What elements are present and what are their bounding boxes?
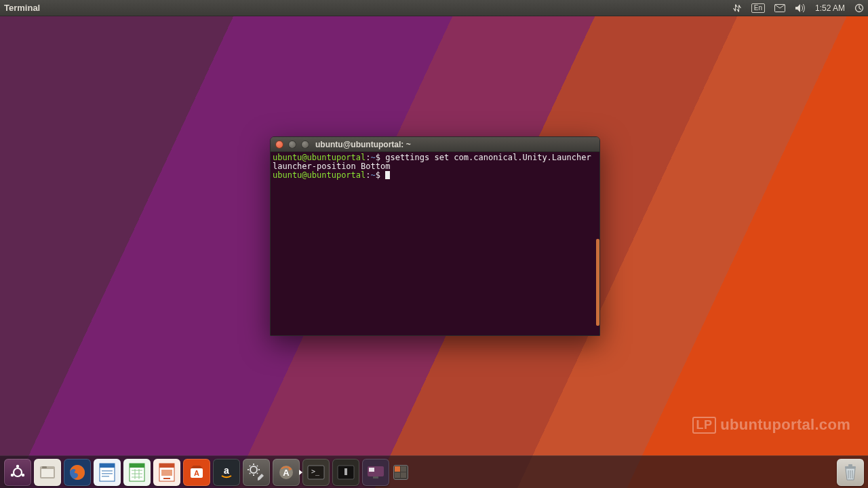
svg-text:a: a bbox=[224, 465, 229, 476]
svg-rect-7 bbox=[41, 469, 54, 477]
svg-rect-24 bbox=[161, 470, 172, 476]
impress-icon[interactable] bbox=[153, 459, 180, 486]
svg-rect-11 bbox=[100, 464, 115, 468]
svg-rect-13 bbox=[102, 473, 113, 474]
prompt-user: ubuntu@ubuntuportal bbox=[273, 170, 366, 180]
svg-rect-35 bbox=[344, 468, 347, 475]
workspace-switcher[interactable] bbox=[393, 465, 408, 480]
svg-point-2 bbox=[14, 468, 22, 476]
maximize-icon[interactable] bbox=[301, 140, 309, 149]
svg-rect-23 bbox=[159, 464, 174, 468]
cursor-icon bbox=[385, 171, 390, 179]
watermark-badge: LP bbox=[692, 417, 717, 434]
files-icon[interactable] bbox=[34, 459, 61, 486]
terminal2-icon[interactable] bbox=[332, 459, 359, 486]
svg-rect-39 bbox=[845, 466, 856, 468]
dash-icon[interactable] bbox=[4, 459, 31, 486]
desktop-icon[interactable] bbox=[362, 459, 389, 486]
terminal-icon[interactable]: >_ bbox=[302, 459, 330, 486]
svg-rect-40 bbox=[848, 464, 852, 466]
clock[interactable]: 1:52 AM bbox=[815, 3, 845, 13]
window-title: ubuntu@ubuntuportal: ~ bbox=[315, 140, 411, 149]
watermark-text: ubuntuportal.com bbox=[720, 416, 850, 434]
session-icon[interactable] bbox=[854, 3, 864, 13]
svg-point-5 bbox=[11, 473, 14, 476]
svg-rect-8 bbox=[42, 466, 47, 468]
svg-rect-12 bbox=[102, 470, 113, 472]
amazon-icon[interactable]: a bbox=[213, 459, 240, 486]
mail-icon[interactable] bbox=[774, 4, 785, 12]
launcher-dock[interactable]: A a A >_ bbox=[0, 455, 868, 488]
terminal-window[interactable]: ubuntu@ubuntuportal: ~ ubuntu@ubuntuport… bbox=[270, 136, 600, 336]
trash-icon[interactable] bbox=[837, 459, 864, 486]
svg-rect-37 bbox=[373, 476, 378, 478]
language-indicator[interactable]: En bbox=[751, 3, 765, 13]
software-center-icon[interactable]: A bbox=[183, 459, 210, 486]
updater-icon[interactable]: A bbox=[273, 459, 300, 486]
svg-rect-25 bbox=[163, 478, 170, 479]
calc-icon[interactable] bbox=[123, 459, 151, 486]
terminal-body[interactable]: ubuntu@ubuntuportal:~$ gsettings set com… bbox=[271, 152, 599, 335]
svg-rect-38 bbox=[369, 468, 374, 472]
prompt-user: ubuntu@ubuntuportal bbox=[273, 153, 366, 162]
svg-point-29 bbox=[250, 466, 257, 473]
svg-text:A: A bbox=[194, 469, 199, 477]
minimize-icon[interactable] bbox=[288, 140, 296, 149]
svg-rect-16 bbox=[130, 464, 144, 468]
close-icon[interactable] bbox=[275, 140, 283, 149]
menu-bar[interactable]: Terminal En 1:52 AM bbox=[0, 0, 868, 16]
system-indicators: En 1:52 AM bbox=[732, 3, 864, 13]
watermark: LP ubuntuportal.com bbox=[692, 416, 850, 434]
network-icon[interactable] bbox=[732, 3, 742, 13]
writer-icon[interactable] bbox=[94, 459, 121, 486]
sound-icon[interactable] bbox=[795, 3, 806, 13]
app-menu-label[interactable]: Terminal bbox=[4, 3, 40, 13]
prompt-path: ~ bbox=[371, 170, 376, 180]
svg-rect-14 bbox=[102, 476, 109, 477]
svg-point-3 bbox=[16, 464, 19, 467]
prompt-path: ~ bbox=[371, 153, 376, 162]
firefox-icon[interactable] bbox=[64, 459, 91, 486]
settings-icon[interactable] bbox=[243, 459, 270, 486]
svg-point-4 bbox=[22, 473, 24, 476]
svg-text:>_: >_ bbox=[311, 468, 320, 476]
scrollbar[interactable] bbox=[596, 239, 599, 326]
window-titlebar[interactable]: ubuntu@ubuntuportal: ~ bbox=[271, 137, 599, 152]
